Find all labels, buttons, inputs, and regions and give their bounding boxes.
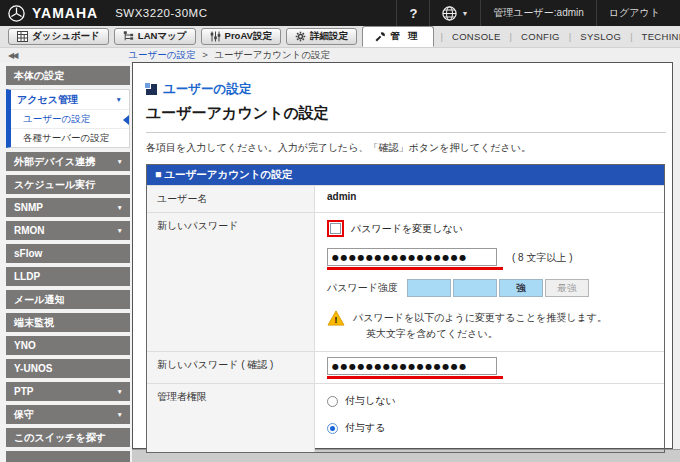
- table-row-new-password: 新しいパスワード パスワードを変更しない ( 8 文字以上 ): [147, 212, 664, 351]
- chevron-down-icon: ▼: [117, 411, 123, 418]
- chevron-down-icon: ▼: [117, 388, 123, 395]
- sidebar: 本体の設定アクセス管理▼ユーザーの設定各種サーバーの設定外部デバイス連携▼スケジ…: [0, 62, 132, 462]
- admin-rights-label: 管理者権限: [147, 384, 315, 452]
- sidebar-item-maintenance[interactable]: 保守▼: [6, 405, 130, 424]
- radio-label: 付与しない: [345, 394, 396, 408]
- tab-management-label: 管 理: [390, 30, 421, 43]
- sidebar-item-schedule[interactable]: スケジュール実行: [6, 175, 130, 194]
- instruction-text: 各項目を入力してください。入力が完了したら、「確認」ボタンを押してください。: [146, 141, 666, 155]
- sidebar-item-access-management[interactable]: アクセス管理▼: [11, 90, 129, 109]
- active-page-pointer-icon: [123, 115, 129, 125]
- top-bar: YAMAHA SWX3220-30MC ? ▼ 管理ユーザー:admin ログア…: [0, 0, 680, 26]
- keep-password-option: パスワードを変更しない: [327, 220, 652, 237]
- top-right-controls: ? ▼ 管理ユーザー:admin ログアウト: [396, 0, 672, 26]
- section-icon: [146, 84, 157, 95]
- breadcrumb-separator: >: [202, 49, 208, 60]
- annotation-red-box-checkbox: [327, 220, 344, 237]
- tab-management[interactable]: 管 理: [362, 26, 434, 47]
- link-separator: |: [441, 31, 443, 42]
- breadcrumb-row: ◀◀ ユーザーの設定 > ユーザーアカウントの設定: [0, 48, 680, 62]
- sidebar-item-sflow[interactable]: sFlow: [6, 244, 130, 263]
- link-separator: |: [630, 31, 632, 42]
- tab-detailed-settings[interactable]: 詳細設定: [286, 28, 357, 45]
- warning-line1: パスワードを以下のように変更することを推奨します。: [353, 310, 607, 326]
- brand-name: YAMAHA: [32, 5, 98, 21]
- tab-proav-settings[interactable]: ProAV設定: [201, 28, 281, 45]
- sidebar-item-mail-notification[interactable]: メール通知: [6, 290, 130, 309]
- sidebar-item-external-device[interactable]: 外部デバイス連携▼: [6, 152, 130, 171]
- breadcrumb: ユーザーの設定 > ユーザーアカウントの設定: [128, 49, 330, 62]
- confirm-password-label: 新しいパスワード ( 確認 ): [147, 352, 315, 383]
- tab-dashboard-label: ダッシュボード: [32, 30, 100, 43]
- strength-segment-1: [407, 279, 451, 297]
- table-row-admin-rights: 管理者権限 付与しない付与する: [147, 383, 664, 452]
- top-link-techinfo[interactable]: TECHINFO: [640, 31, 680, 42]
- radio-button[interactable]: [327, 423, 338, 434]
- password-warning: ! パスワードを以下のように変更することを推奨します。 英大文字を含めてください…: [327, 310, 652, 341]
- help-button[interactable]: ?: [396, 0, 429, 26]
- nav-tabs: ダッシュボードLANマップProAV設定詳細設定管 理: [8, 25, 434, 47]
- yamaha-logo-icon: [8, 5, 25, 22]
- lanmap-icon: [123, 31, 134, 42]
- strength-segment-4: 最強: [545, 279, 589, 297]
- sidebar-item-access-management-group: アクセス管理▼ユーザーの設定各種サーバーの設定: [6, 89, 130, 148]
- nav-tab-bar: ダッシュボードLANマップProAV設定詳細設定管 理 |CONSOLE|CON…: [0, 26, 680, 48]
- user-account-form: ■ ユーザーアカウントの設定 ユーザー名 admin 新しいパスワード パスワー…: [146, 164, 665, 453]
- radio-button[interactable]: [327, 396, 338, 407]
- top-link-console[interactable]: CONSOLE: [450, 31, 503, 42]
- logged-in-user: 管理ユーザー:admin: [480, 0, 595, 26]
- chevron-down-icon: ▼: [117, 158, 123, 165]
- warning-line2: 英大文字を含めてください。: [366, 326, 607, 342]
- new-password-field[interactable]: [327, 248, 497, 266]
- svg-text:!: !: [334, 314, 337, 325]
- breadcrumb-parent-link[interactable]: ユーザーの設定: [128, 49, 195, 60]
- chevron-down-icon: ▼: [117, 227, 123, 234]
- radio-label: 付与する: [345, 421, 385, 435]
- chevron-down-icon: ▼: [117, 204, 123, 211]
- radio-option-2: 付与する: [327, 421, 652, 435]
- brand-area: YAMAHA SWX3220-30MC: [8, 5, 207, 22]
- language-globe-button[interactable]: ▼: [429, 0, 480, 26]
- logout-button[interactable]: ログアウト: [596, 0, 672, 26]
- radio-option-1: 付与しない: [327, 394, 652, 408]
- password-hint: ( 8 文字以上 ): [512, 248, 573, 265]
- gear-icon: [295, 31, 306, 42]
- content-panel: ユーザーの設定 ユーザーアカウントの設定 各項目を入力してください。入力が完了し…: [132, 62, 673, 449]
- app-window: YAMAHA SWX3220-30MC ? ▼ 管理ユーザー:admin ログア…: [0, 0, 680, 462]
- sidebar-item-ptp[interactable]: PTP▼: [6, 382, 130, 401]
- sidebar-item-terminal-monitoring[interactable]: 端末監視: [6, 313, 130, 332]
- sidebar-item-rmon[interactable]: RMON▼: [6, 221, 130, 240]
- sidebar-item-y-unos[interactable]: Y-UNOS: [6, 359, 130, 378]
- admin-rights-options: 付与しない付与する: [315, 384, 664, 452]
- sidebar-collapse-button[interactable]: ◀◀: [8, 51, 16, 60]
- proav-icon: [210, 31, 221, 42]
- strength-segment-2: [453, 279, 497, 297]
- sidebar-item-lldp[interactable]: LLDP: [6, 267, 130, 286]
- top-link-config[interactable]: CONFIG: [519, 31, 562, 42]
- link-separator: |: [569, 31, 571, 42]
- sidebar-item-snmp[interactable]: SNMP▼: [6, 198, 130, 217]
- link-separator: |: [510, 31, 512, 42]
- sidebar-item-server-settings[interactable]: 各種サーバーの設定: [11, 128, 129, 147]
- tab-lan-map[interactable]: LANマップ: [114, 28, 196, 45]
- tab-lan-map-label: LANマップ: [138, 30, 187, 43]
- tab-dashboard[interactable]: ダッシュボード: [8, 28, 109, 45]
- sidebar-item-yno[interactable]: YNO: [6, 336, 130, 355]
- wrench-icon: [375, 31, 386, 42]
- password-strength-meter: 強最強: [407, 279, 589, 297]
- table-row-username: ユーザー名 admin: [147, 185, 664, 212]
- top-link-syslog[interactable]: SYSLOG: [578, 31, 623, 42]
- keep-password-checkbox[interactable]: [330, 223, 341, 234]
- form-table-header: ■ ユーザーアカウントの設定: [147, 165, 664, 185]
- annotation-red-underline: [327, 376, 503, 379]
- password-strength-label: パスワード強度: [327, 281, 398, 295]
- confirm-password-field[interactable]: [327, 357, 497, 375]
- top-links: |CONSOLE|CONFIG|SYSLOG|TECHINFO: [434, 25, 680, 47]
- sidebar-item-device-settings[interactable]: 本体の設定: [6, 66, 130, 85]
- sidebar-item-find-this-switch[interactable]: このスイッチを探す: [6, 428, 130, 447]
- username-value: admin: [315, 186, 664, 212]
- sidebar-item-partial: [6, 451, 130, 462]
- sidebar-item-user-settings[interactable]: ユーザーの設定: [11, 109, 129, 128]
- section-title: ユーザーの設定: [163, 81, 251, 98]
- breadcrumb-current: ユーザーアカウントの設定: [214, 49, 330, 60]
